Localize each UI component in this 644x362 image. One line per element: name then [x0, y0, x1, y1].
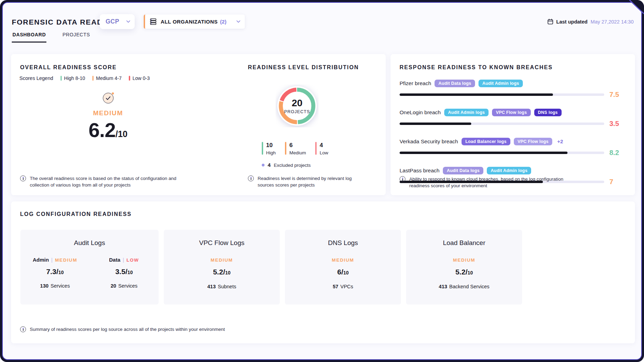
more-badges-count[interactable]: +2: [557, 138, 563, 144]
info-icon[interactable]: [248, 175, 254, 181]
overall-score-block: MEDIUM 6.2 /10: [35, 93, 181, 142]
score-bar-track: [400, 123, 604, 125]
info-icon[interactable]: [20, 175, 26, 181]
audit-admin-level: MEDIUM: [55, 257, 77, 263]
breaches-note-text: Ability to respond to known cloud breach…: [409, 176, 566, 189]
organizations-label: ALL ORGANIZATIONS: [161, 19, 218, 25]
log-card-count: 413Backend Services: [406, 284, 522, 289]
score-bar-track: [400, 93, 604, 96]
log-badge[interactable]: Audit Admin logs: [444, 109, 489, 116]
audit-data-score: 3.5/10: [90, 268, 159, 276]
overall-score-note-text: The overall readiness score is based on …: [30, 175, 186, 188]
legend-label-low: Low 0-3: [133, 75, 150, 81]
cloud-provider-dropdown[interactable]: GCP: [100, 14, 135, 29]
log-card-score: 5.2/10: [406, 268, 522, 276]
audit-data-column: Data|LOW 3.5/10 20Services: [90, 257, 159, 289]
overall-score-title: OVERALL READINESS SCORE: [20, 64, 117, 71]
projects-total: 20: [292, 98, 302, 109]
log-badge[interactable]: Audit Data logs: [435, 80, 475, 87]
breach-score: 8.2: [609, 149, 627, 157]
last-updated: Last updated May 27,2022 14:30: [547, 19, 634, 25]
log-card-title: Audit Logs: [20, 239, 159, 247]
log-config-note-text: Summary of readiness scores per log sour…: [30, 326, 225, 333]
breach-score: 7.5: [609, 91, 627, 99]
log-card-count: 57VPCs: [285, 284, 401, 289]
distribution-swatch-low: [315, 142, 317, 155]
breach-row-pfizer: Pfizer breach Audit Data logs Audit Admi…: [400, 79, 628, 99]
legend-item-high: High 8-10: [61, 75, 85, 81]
log-card-level: MEDIUM: [406, 257, 522, 263]
tab-dashboard[interactable]: DASHBOARD: [12, 32, 46, 43]
excluded-dot-icon: [262, 164, 265, 166]
log-card-level: MEDIUM: [285, 257, 401, 263]
breach-readiness-card: RESPONSE READINESS TO KNOWN BREACHES Pfi…: [391, 54, 635, 195]
breach-name: Verkada Security breach: [400, 138, 458, 145]
legend-swatch-medium: [92, 76, 94, 81]
excluded-label: Excluded projects: [274, 163, 311, 168]
audit-column-name: Admin: [33, 257, 49, 263]
corner-bevel: [621, 0, 644, 23]
chevron-down-icon: [236, 20, 240, 23]
log-badge[interactable]: Audit Admin logs: [487, 167, 531, 174]
score-bar-fill: [400, 93, 553, 96]
info-icon[interactable]: [20, 326, 26, 332]
score-denominator: /10: [115, 129, 127, 139]
log-card-score: 6/10: [285, 268, 401, 276]
breach-score: 3.5: [609, 120, 627, 128]
medium-label: Medium: [289, 150, 306, 155]
distribution-note: Readiness level is determined by relevan…: [248, 175, 362, 188]
log-badge[interactable]: Load Balancer logs: [462, 138, 510, 145]
last-updated-label: Last updated: [556, 19, 588, 25]
legend-label-medium: Medium 4-7: [96, 75, 122, 81]
overall-score-value: 6.2 /10: [35, 118, 181, 142]
separator: |: [51, 257, 53, 263]
projects-donut-chart: 20 PROJECTS: [276, 84, 319, 127]
log-card-audit-logs: Audit Logs Admin|MEDIUM 7.3/10 130Servic…: [20, 230, 159, 305]
distribution-title: READINESS LEVEL DISTRIBUTION: [248, 64, 359, 71]
low-label: Low: [320, 150, 328, 155]
distribution-legend: 10 High 6 Medium 4 Low: [262, 142, 328, 155]
excluded-projects: 4 Excluded projects: [262, 162, 311, 168]
log-configuration-card: LOG CONFIGURATION READINESS Audit Logs A…: [11, 201, 635, 343]
high-count: 10: [266, 142, 276, 149]
organizations-dropdown[interactable]: ALL ORGANIZATIONS (2): [144, 15, 245, 29]
projects-total-label: PROJECTS: [284, 109, 310, 114]
log-card-vpc-flow-logs: VPC Flow Logs MEDIUM 5.2/10 413Subnets: [164, 230, 280, 305]
log-card-title: DNS Logs: [285, 239, 401, 247]
log-badge[interactable]: Audit Data logs: [443, 167, 483, 174]
log-badge[interactable]: Audit Admin logs: [478, 80, 523, 87]
score-bar-track: [400, 152, 604, 154]
high-label: High: [266, 150, 276, 155]
scores-legend-label: Scores Legend: [19, 75, 53, 81]
log-badge[interactable]: VPC Flow logs: [492, 109, 530, 116]
window-frame: FORENSIC DATA READINESS GCP ALL ORGANIZA…: [0, 0, 644, 362]
low-count: 4: [320, 142, 328, 149]
log-card-load-balancer: Load Balancer MEDIUM 5.2/10 413Backend S…: [406, 230, 522, 305]
log-card-count: 413Subnets: [164, 284, 280, 289]
check-circle-icon: [103, 93, 114, 103]
log-card-level: MEDIUM: [164, 257, 280, 263]
tab-projects[interactable]: PROJECTS: [62, 32, 90, 43]
log-badge[interactable]: DNS logs: [534, 109, 562, 116]
donut-center: 20 PROJECTS: [276, 84, 319, 127]
distribution-item-medium: 6 Medium: [285, 142, 306, 155]
score-bar-fill: [400, 152, 567, 154]
info-icon[interactable]: [400, 176, 405, 182]
distribution-item-high: 10 High: [262, 142, 276, 155]
log-badge[interactable]: VPC Flow logs: [514, 138, 552, 145]
distribution-item-low: 4 Low: [315, 142, 328, 155]
log-card-score: 5.2/10: [164, 268, 280, 276]
legend-swatch-high: [61, 76, 62, 81]
calendar-icon: [547, 19, 553, 25]
breaches-note: Ability to respond to known cloud breach…: [400, 176, 566, 189]
audit-admin-column: Admin|MEDIUM 7.3/10 130Services: [20, 257, 90, 289]
medium-count: 6: [289, 142, 306, 149]
breaches-title: RESPONSE READINESS TO KNOWN BREACHES: [400, 64, 553, 71]
score-bar-fill: [400, 123, 471, 125]
breach-row-onelogin: OneLogin breach Audit Admin logs VPC Flo…: [400, 108, 628, 128]
tab-bar: DASHBOARD PROJECTS: [12, 32, 91, 43]
chevron-down-icon: [126, 20, 130, 23]
overall-level-label: MEDIUM: [35, 109, 181, 117]
excluded-count: 4: [268, 162, 271, 168]
breach-row-verkada: Verkada Security breach Load Balancer lo…: [400, 137, 628, 157]
